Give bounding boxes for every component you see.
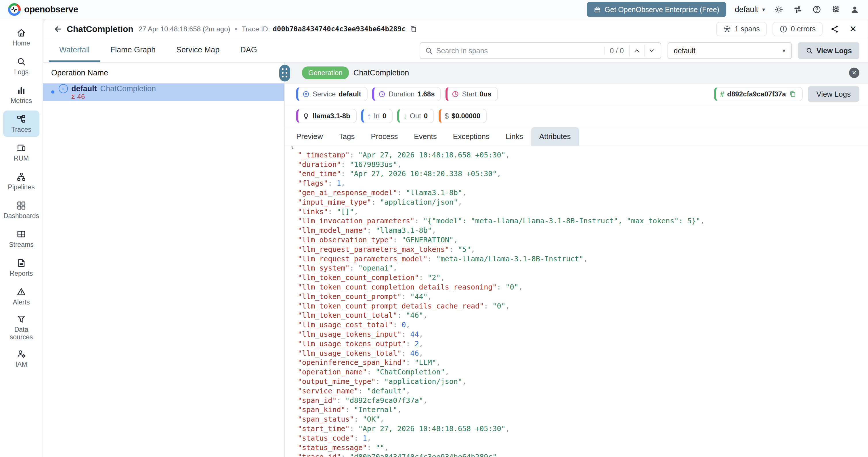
view-logs-button[interactable]: View Logs xyxy=(798,42,859,59)
stream-selector-value: default xyxy=(674,47,695,55)
attributes-json[interactable]: { "_timestamp": "Apr 27, 2026 10:48:18.6… xyxy=(285,146,868,457)
duration-chip-value: 1.68s xyxy=(417,90,435,98)
json-attribute-line: "llm_observation_type": "GENERATION", xyxy=(290,235,862,245)
openobserve-logo: openobserve xyxy=(8,3,78,16)
json-attribute-line: "duration": "1679893us", xyxy=(290,160,862,170)
json-attribute-line: "span_id": "d892cfa9ca07f37a", xyxy=(290,396,862,405)
cost-chip-value: $0.00000 xyxy=(452,112,480,120)
json-attribute-line: "flags": 1, xyxy=(290,179,862,188)
trace-header-actions: 1 spans 0 errors ✕ xyxy=(716,22,859,36)
sidebar-item-dashboards[interactable]: Dashboards xyxy=(3,197,39,223)
arrow-down-icon: ↓ xyxy=(403,112,407,121)
span-row[interactable]: default ChatCompletion Σ 46 xyxy=(43,83,284,101)
tab-exceptions[interactable]: Exceptions xyxy=(445,127,498,146)
view-tabs: Waterfall Flame Graph Service Map DAG xyxy=(49,39,268,62)
sidebar-item-traces[interactable]: Traces xyxy=(3,111,39,137)
user-gear-icon xyxy=(17,349,26,359)
trace-title: ChatCompletion xyxy=(67,24,133,34)
error-circle-icon xyxy=(779,25,787,33)
prev-match-chevron-up-icon[interactable] xyxy=(629,45,644,56)
json-attribute-line: "status_message": "", xyxy=(290,443,862,453)
view-logs-label: View Logs xyxy=(816,47,852,55)
sidebar-item-pipelines[interactable]: Pipelines xyxy=(3,168,39,195)
settings-gear-icon[interactable] xyxy=(831,4,841,15)
tab-service-map[interactable]: Service Map xyxy=(166,39,230,62)
tab-flame-graph[interactable]: Flame Graph xyxy=(100,39,166,62)
back-button[interactable] xyxy=(52,23,64,35)
org-selector[interactable]: default ▾ xyxy=(735,5,765,14)
json-attribute-line: "end_time": "Apr 27, 2026 10:48:20.338 +… xyxy=(290,169,862,179)
copy-span-id-icon[interactable] xyxy=(789,90,796,98)
errors-count-badge[interactable]: 0 errors xyxy=(773,22,823,36)
tab-links[interactable]: Links xyxy=(498,127,531,146)
service-icon xyxy=(59,84,68,93)
next-match-chevron-down-icon[interactable] xyxy=(644,45,659,56)
span-search-box: 0 / 0 xyxy=(420,42,661,59)
tab-attributes[interactable]: Attributes xyxy=(531,127,579,146)
span-view-logs-button[interactable]: View Logs xyxy=(808,86,860,102)
tab-events[interactable]: Events xyxy=(406,127,445,146)
span-kind-badge: Generation xyxy=(302,66,349,79)
json-attribute-line: "llm_token_count_completion": "2", xyxy=(290,273,862,283)
profile-icon[interactable] xyxy=(849,4,860,15)
sidebar-item-alerts[interactable]: Alerts xyxy=(3,283,39,310)
start-chip: Start 0us xyxy=(445,87,498,101)
model-chip-value: llama3.1-8b xyxy=(313,112,350,120)
sidebar-item-iam[interactable]: IAM xyxy=(3,345,39,372)
copy-trace-id-icon[interactable] xyxy=(409,25,417,33)
json-attribute-line: "llm_request_parameters_model": "meta-ll… xyxy=(290,254,862,264)
sidebar-item-home[interactable]: Home xyxy=(3,24,39,51)
json-attribute-line: "llm_token_count_completion_details_reas… xyxy=(290,283,862,292)
spans-count-badge[interactable]: 1 spans xyxy=(716,22,767,36)
json-attribute-line: "trace_id": "d00b70a8434740c4c3ee934be64… xyxy=(290,452,862,457)
tab-dag[interactable]: DAG xyxy=(230,39,268,62)
tab-preview[interactable]: Preview xyxy=(288,127,331,146)
sidebar-item-reports[interactable]: Reports xyxy=(3,254,39,281)
slack-icon[interactable] xyxy=(793,4,803,15)
sidebar-item-streams[interactable]: Streams xyxy=(3,226,39,252)
help-icon[interactable] xyxy=(812,4,822,15)
search-icon xyxy=(806,47,813,54)
sidebar-item-metrics[interactable]: Metrics xyxy=(3,82,39,108)
sidebar-item-rum[interactable]: RUM xyxy=(3,139,39,166)
share-icon[interactable] xyxy=(828,23,841,35)
duration-chip: Duration 1.68s xyxy=(372,87,441,101)
json-attribute-line: "_timestamp": "Apr 27, 2026 10:48:18.658… xyxy=(290,150,862,160)
json-attribute-line: "service_name": "default", xyxy=(290,387,862,396)
clock-icon xyxy=(378,90,386,98)
json-attribute-line: "llm_invocation_parameters": "{"model": … xyxy=(290,217,862,226)
json-attribute-line: "llm_usage_tokens_output": 2, xyxy=(290,339,862,349)
span-service-name: default xyxy=(71,84,97,93)
search-in-spans-input[interactable] xyxy=(436,47,604,55)
devices-icon xyxy=(17,143,26,153)
tokens-in-value: 0 xyxy=(382,112,386,120)
span-details-panel: Generation ChatCompletion ✕ Service defa… xyxy=(285,63,868,457)
duration-chip-label: Duration xyxy=(389,90,415,98)
cost-chip: $ $0.00000 xyxy=(439,109,487,123)
sigma-icon: Σ xyxy=(71,93,75,100)
start-chip-label: Start xyxy=(462,90,476,98)
stream-selector[interactable]: default ▾ xyxy=(668,42,792,59)
tab-waterfall[interactable]: Waterfall xyxy=(49,39,100,62)
hash-icon: # xyxy=(720,90,724,99)
org-selector-value: default xyxy=(735,5,758,14)
sidebar-item-logs[interactable]: Logs xyxy=(3,53,39,80)
json-attribute-line: "span_status": "OK", xyxy=(290,415,862,424)
theme-toggle-icon[interactable] xyxy=(774,4,784,15)
trace-timestamp: 27 Apr 10:48:18:658 (2m ago) xyxy=(138,25,230,33)
search-match-counter: 0 / 0 xyxy=(604,47,629,55)
close-details-icon[interactable]: ✕ xyxy=(849,68,859,78)
span-token-total: 46 xyxy=(78,93,85,101)
close-trace-icon[interactable]: ✕ xyxy=(847,23,859,35)
search-icon xyxy=(425,47,433,55)
report-document-icon xyxy=(17,258,26,268)
json-attribute-line: "llm_usage_tokens_total": 46, xyxy=(290,349,862,358)
tokens-in-label: In xyxy=(374,112,380,120)
service-chip-label: Service xyxy=(313,90,336,98)
logo-text: openobserve xyxy=(24,4,78,15)
tab-tags[interactable]: Tags xyxy=(331,127,363,146)
get-enterprise-button[interactable]: Get OpenObserve Enterprise (Free) xyxy=(587,2,726,17)
panel-resize-handle[interactable] xyxy=(279,65,290,81)
tab-process[interactable]: Process xyxy=(363,127,406,146)
sidebar-item-data-sources[interactable]: Data sources xyxy=(3,312,39,343)
